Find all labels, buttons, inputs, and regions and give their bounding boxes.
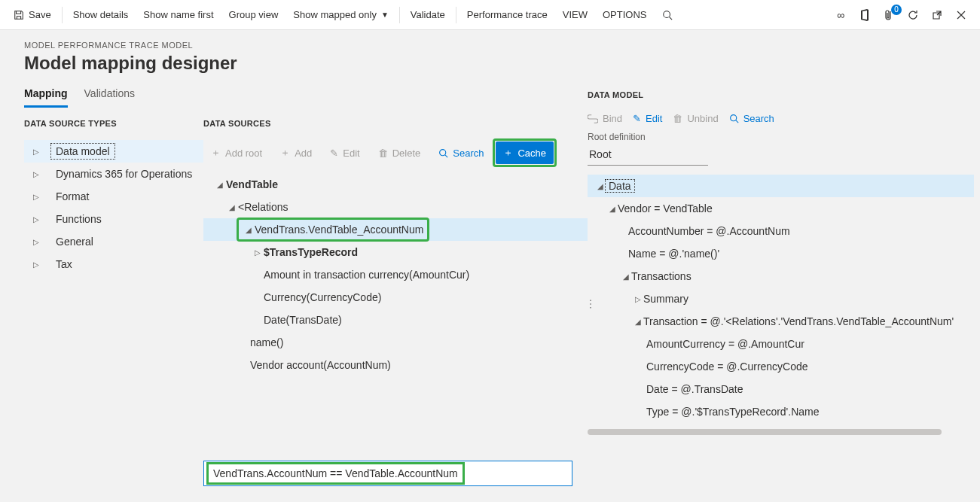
edit-dm-label: Edit — [646, 113, 662, 124]
dm-date[interactable]: Date = @.TransDate — [588, 378, 974, 400]
horizontal-scrollbar[interactable] — [588, 429, 942, 435]
ds-vendor-account[interactable]: Vendor account(AccountNum) — [203, 354, 588, 376]
root-def-label: Root definition — [588, 132, 974, 142]
dm-name[interactable]: Name = @.'name()' — [588, 242, 974, 265]
ds-label: Vendor account(AccountNum) — [250, 359, 391, 371]
popout-icon[interactable] — [930, 8, 944, 22]
type-tax[interactable]: ▷Tax — [24, 253, 203, 275]
plus-icon: ＋ — [280, 146, 290, 160]
dm-transactions[interactable]: ◢Transactions — [588, 265, 974, 288]
add-button[interactable]: ＋Add — [273, 141, 319, 164]
dm-label: CurrencyCode = @.CurrencyCode — [646, 361, 808, 373]
caret-down-icon: ◢ — [243, 226, 255, 234]
root-def-value[interactable]: Root — [588, 145, 708, 166]
bind-button[interactable]: Bind — [588, 113, 622, 124]
ds-transrecord[interactable]: ▷$TransTypeRecord — [203, 241, 588, 263]
cache-button[interactable]: ＋Cache — [496, 141, 554, 164]
data-sources-toolbar: ＋Add root ＋Add ✎Edit 🗑Delete Search ＋Cac… — [203, 140, 588, 166]
dm-transaction[interactable]: ◢Transaction = @.'<Relations'.'VendTrans… — [588, 310, 974, 333]
tab-mapping[interactable]: Mapping — [24, 87, 68, 108]
dm-type[interactable]: Type = @.'$TransTypeRecord'.Name — [588, 400, 974, 423]
options-button[interactable]: OPTIONS — [595, 0, 655, 29]
chevron-right-icon: ▷ — [33, 238, 44, 246]
dm-vendor[interactable]: ◢Vendor = VendTable — [588, 197, 974, 220]
pencil-icon: ✎ — [330, 148, 338, 159]
group-view-button[interactable]: Group view — [221, 0, 286, 29]
chevron-right-icon: ▷ — [252, 248, 264, 257]
attach-icon[interactable]: 0 — [882, 8, 896, 22]
ds-currency[interactable]: Currency(CurrencyCode) — [203, 286, 588, 309]
ds-label: VendTrans.VendTable_AccountNum — [255, 224, 423, 236]
type-functions[interactable]: ▷Functions — [24, 208, 203, 230]
office-icon[interactable] — [858, 8, 872, 22]
caret-down-icon: ◢ — [226, 203, 238, 211]
show-mapped-only-button[interactable]: Show mapped only ▼ — [285, 0, 395, 29]
dm-label: Data — [606, 180, 634, 192]
ds-vendtrans[interactable]: ◢ VendTrans.VendTable_AccountNum — [203, 218, 588, 241]
search-button[interactable]: Search — [431, 143, 491, 163]
dm-data[interactable]: ◢Data — [588, 175, 974, 197]
ds-relations[interactable]: ◢<Relations — [203, 196, 588, 218]
page-title: Model mapping designer — [24, 53, 956, 74]
dm-currency-code[interactable]: CurrencyCode = @.CurrencyCode — [588, 355, 974, 378]
search-dm-button[interactable]: Search — [729, 113, 774, 124]
plus-icon: ＋ — [211, 146, 221, 160]
type-label: Format — [51, 189, 93, 204]
data-model-tree: ◢Data ◢Vendor = VendTable AccountNumber … — [588, 175, 974, 423]
dm-label: Transaction = @.'<Relations'.'VendTrans.… — [643, 315, 954, 327]
edit-button[interactable]: ✎Edit — [322, 143, 367, 163]
svg-line-5 — [736, 120, 738, 123]
dm-label: Transactions — [631, 270, 691, 282]
dm-summary[interactable]: ▷Summary — [588, 288, 974, 310]
refresh-icon[interactable] — [906, 8, 920, 22]
type-label: General — [51, 234, 98, 249]
show-details-button[interactable]: Show details — [66, 0, 136, 29]
caret-down-icon: ◢ — [214, 181, 226, 189]
caret-down-icon: ◢ — [595, 182, 606, 190]
data-sources-panel: DATA SOURCES ＋Add root ＋Add ✎Edit 🗑Delet… — [203, 119, 588, 435]
validate-button[interactable]: Validate — [403, 0, 453, 29]
expression-box[interactable]: VendTrans.AccountNum == VendTable.Accoun… — [203, 461, 572, 486]
type-data-model[interactable]: ▷Data model — [24, 140, 203, 163]
view-button[interactable]: VIEW — [555, 0, 595, 29]
separator — [456, 7, 456, 23]
chevron-right-icon: ▷ — [633, 295, 643, 303]
dm-label: Vendor = VendTable — [618, 202, 713, 214]
type-general[interactable]: ▷General — [24, 230, 203, 253]
ds-label: <Relations — [238, 201, 289, 213]
tab-validations[interactable]: Validations — [84, 87, 135, 108]
splitter-handle[interactable]: ⋯ — [585, 299, 597, 308]
close-icon[interactable] — [954, 8, 968, 22]
performance-trace-button[interactable]: Performance trace — [459, 0, 555, 29]
delete-button[interactable]: 🗑Delete — [371, 143, 429, 163]
data-sources-tree: ◢VendTable ◢<Relations ◢ VendTrans.VendT… — [203, 173, 588, 376]
type-label: Data model — [51, 144, 114, 159]
unbind-button[interactable]: 🗑Unbind — [673, 113, 718, 124]
ds-amount[interactable]: Amount in transaction currency(AmountCur… — [203, 263, 588, 286]
search-icon — [662, 10, 673, 20]
dm-amount-currency[interactable]: AmountCurrency = @.AmountCur — [588, 333, 974, 355]
ds-label: name() — [250, 336, 283, 348]
data-model-panel: DATA MODEL Bind ✎Edit 🗑Unbind Search Roo… — [588, 90, 974, 435]
edit-dm-button[interactable]: ✎Edit — [633, 113, 662, 124]
dm-label: Name = @.'name()' — [628, 248, 719, 260]
search-toolbar-button[interactable] — [655, 0, 680, 29]
search-icon — [729, 114, 739, 123]
ds-date[interactable]: Date(TransDate) — [203, 309, 588, 331]
ds-label: Amount in transaction currency(AmountCur… — [264, 269, 469, 281]
save-label: Save — [29, 9, 51, 20]
type-d365[interactable]: ▷Dynamics 365 for Operations — [24, 163, 203, 185]
connect-icon[interactable]: ∞ — [834, 8, 847, 22]
ds-name[interactable]: name() — [203, 331, 588, 354]
add-root-button[interactable]: ＋Add root — [203, 141, 270, 164]
save-button[interactable]: Save — [6, 0, 59, 29]
dm-account[interactable]: AccountNumber = @.AccountNum — [588, 220, 974, 242]
dm-label: Date = @.TransDate — [646, 383, 743, 395]
svg-point-2 — [440, 149, 446, 155]
dm-label: AmountCurrency = @.AmountCur — [646, 338, 804, 350]
type-format[interactable]: ▷Format — [24, 185, 203, 208]
ds-vendtable[interactable]: ◢VendTable — [203, 173, 588, 196]
chevron-right-icon: ▷ — [33, 193, 44, 201]
search-label: Search — [453, 148, 484, 159]
show-name-first-button[interactable]: Show name first — [136, 0, 221, 29]
